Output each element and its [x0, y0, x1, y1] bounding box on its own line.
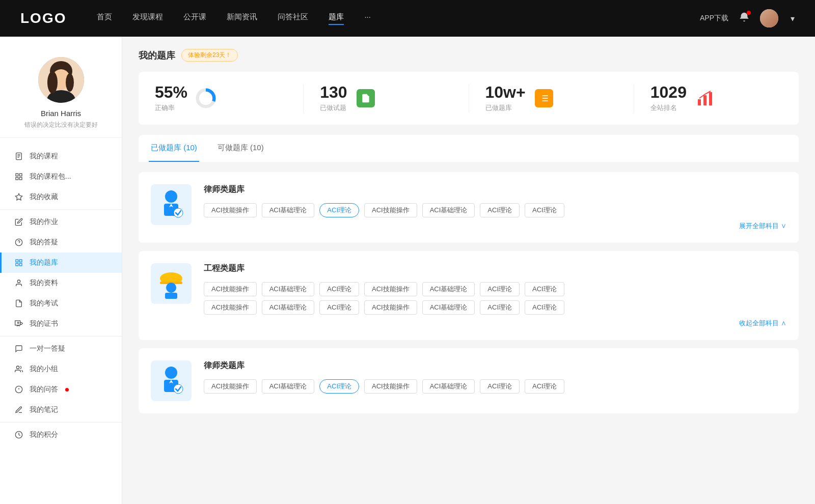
- stat-label-accuracy: 正确率: [155, 103, 187, 113]
- sidebar-divider-2: [0, 336, 122, 337]
- tag-lawyer1-2[interactable]: ACI理论: [319, 203, 359, 217]
- tag-lawyer2-5[interactable]: ACI理论: [480, 379, 520, 394]
- profile-avatar: [38, 57, 84, 103]
- tag-lawyer2-6[interactable]: ACI理论: [525, 379, 564, 394]
- qa-icon: [14, 385, 23, 394]
- tag-lawyer1-0[interactable]: ACI技能操作: [204, 203, 257, 217]
- sidebar-menu: 我的课程 我的课程包... 我的收藏: [0, 142, 122, 449]
- tag-lawyer2-4[interactable]: ACI基础理论: [422, 379, 475, 394]
- qbank-title-lawyer-2: 律师类题库: [204, 360, 786, 371]
- sidebar-item-my-notes[interactable]: 我的笔记: [0, 400, 122, 420]
- sidebar-item-my-group[interactable]: 我的小组: [0, 359, 122, 379]
- tag-lawyer1-4[interactable]: ACI基础理论: [422, 203, 475, 217]
- tag-eng-3[interactable]: ACI技能操作: [364, 282, 417, 296]
- chevron-down-icon[interactable]: ▾: [791, 14, 795, 23]
- qbank-tags-lawyer-1: ACI技能操作 ACI基础理论 ACI理论 ACI技能操作 ACI基础理论 AC…: [204, 203, 786, 217]
- tag-eng-9[interactable]: ACI理论: [319, 300, 359, 315]
- nav-more[interactable]: ···: [364, 12, 371, 25]
- sidebar-item-my-points[interactable]: 我的积分: [0, 425, 122, 445]
- sidebar-item-my-profile[interactable]: 我的资料: [0, 273, 122, 293]
- tag-eng-8[interactable]: ACI基础理论: [262, 300, 315, 315]
- tag-eng-1[interactable]: ACI基础理论: [262, 282, 315, 296]
- sidebar-label-my-profile: 我的资料: [30, 278, 58, 288]
- sidebar-item-my-qbank[interactable]: 我的题库: [0, 253, 122, 273]
- qbank-card-engineer: 工程类题库 ACI技能操作 ACI基础理论 ACI理论 ACI技能操作 ACI基…: [139, 251, 799, 340]
- tag-eng-5[interactable]: ACI理论: [480, 282, 520, 296]
- tag-eng-6[interactable]: ACI理论: [525, 282, 564, 296]
- notification-bell[interactable]: [739, 12, 750, 25]
- stat-site-rank: 1029 全站排名: [634, 84, 799, 113]
- tag-lawyer1-1[interactable]: ACI基础理论: [262, 203, 315, 217]
- tag-lawyer2-1[interactable]: ACI基础理论: [262, 379, 315, 394]
- svg-marker-23: [20, 322, 23, 324]
- tab-done-banks[interactable]: 已做题库 (10): [149, 135, 199, 162]
- tag-eng-11[interactable]: ACI基础理论: [422, 300, 475, 315]
- tag-eng-12[interactable]: ACI理论: [480, 300, 520, 315]
- nav-discover[interactable]: 发现课程: [132, 12, 163, 25]
- main-nav: 首页 发现课程 公开课 新闻资讯 问答社区 题库 ···: [97, 12, 700, 25]
- qbank-tags-lawyer-2: ACI技能操作 ACI基础理论 ACI理论 ACI技能操作 ACI基础理论 AC…: [204, 379, 786, 394]
- sidebar-label-my-answer: 我的问答: [30, 385, 58, 394]
- qbank-title-lawyer-1: 律师类题库: [204, 184, 786, 195]
- file-icon: [14, 152, 23, 161]
- main-container: Brian Harris 错误的决定比没有决定要好 我的课程 我的课程包...: [0, 37, 815, 504]
- sidebar-item-my-answer[interactable]: 我的问答: [0, 379, 122, 400]
- expand-lawyer-1[interactable]: 展开全部科目 ∨: [204, 221, 786, 231]
- tab-available-banks[interactable]: 可做题库 (10): [215, 135, 266, 162]
- tag-eng-7[interactable]: ACI技能操作: [204, 300, 257, 315]
- tag-lawyer1-6[interactable]: ACI理论: [525, 203, 564, 217]
- qbank-icon-lawyer-2: [151, 360, 192, 401]
- sidebar-divider-1: [0, 209, 122, 210]
- answer-badge-dot: [65, 388, 69, 391]
- svg-rect-17: [16, 260, 18, 262]
- avatar[interactable]: [760, 9, 778, 27]
- svg-rect-39: [698, 99, 701, 105]
- stat-value-done-q: 130: [320, 84, 347, 100]
- profile-motto: 错误的决定比没有决定要好: [24, 121, 98, 129]
- stat-label-done-q: 已做试题: [320, 103, 347, 113]
- sidebar-item-my-course[interactable]: 我的课程: [0, 146, 122, 166]
- app-download-link[interactable]: APP下载: [700, 14, 728, 23]
- svg-rect-12: [16, 177, 18, 180]
- tag-lawyer2-0[interactable]: ACI技能操作: [204, 379, 257, 394]
- nav-home[interactable]: 首页: [97, 12, 112, 25]
- tag-eng-0[interactable]: ACI技能操作: [204, 282, 257, 296]
- svg-rect-11: [19, 174, 22, 176]
- group-icon: [14, 365, 23, 374]
- sidebar-item-my-package[interactable]: 我的课程包...: [0, 166, 122, 187]
- tag-eng-13[interactable]: ACI理论: [525, 300, 564, 315]
- tag-eng-10[interactable]: ACI技能操作: [364, 300, 417, 315]
- sidebar-item-my-qa[interactable]: 我的答疑: [0, 232, 122, 253]
- header: LOGO 首页 发现课程 公开课 新闻资讯 问答社区 题库 ··· APP下载 …: [0, 0, 815, 37]
- green-doc-icon: [356, 88, 376, 108]
- tag-lawyer2-2[interactable]: ACI理论: [319, 379, 359, 394]
- qbank-icon-engineer: [151, 263, 192, 304]
- trial-badge: 体验剩余23天！: [181, 49, 238, 62]
- tag-eng-2[interactable]: ACI理论: [319, 282, 359, 296]
- sidebar-item-my-collect[interactable]: 我的收藏: [0, 187, 122, 207]
- qbank-tags-engineer-row1: ACI技能操作 ACI基础理论 ACI理论 ACI技能操作 ACI基础理论 AC…: [204, 282, 786, 296]
- nav-qa[interactable]: 问答社区: [278, 12, 308, 25]
- sidebar-item-my-homework[interactable]: 我的作业: [0, 212, 122, 232]
- tabs-row: 已做题库 (10) 可做题库 (10): [139, 135, 799, 162]
- nav-opencourse[interactable]: 公开课: [183, 12, 206, 25]
- svg-rect-50: [165, 293, 177, 299]
- nav-news[interactable]: 新闻资讯: [227, 12, 257, 25]
- svg-point-24: [17, 322, 19, 324]
- tag-lawyer2-3[interactable]: ACI技能操作: [364, 379, 417, 394]
- qbank-card-lawyer-2: 律师类题库 ACI技能操作 ACI基础理论 ACI理论 ACI技能操作 ACI基…: [139, 348, 799, 413]
- sidebar-item-my-exam[interactable]: 我的考试: [0, 293, 122, 314]
- tag-eng-4[interactable]: ACI基础理论: [422, 282, 475, 296]
- tag-lawyer1-3[interactable]: ACI技能操作: [364, 203, 417, 217]
- svg-rect-20: [19, 263, 22, 266]
- sidebar-item-my-cert[interactable]: 我的证书: [0, 314, 122, 334]
- points-icon: [14, 430, 23, 439]
- nav-qbank[interactable]: 题库: [329, 12, 344, 25]
- tag-lawyer1-5[interactable]: ACI理论: [480, 203, 520, 217]
- sidebar-label-my-notes: 我的笔记: [30, 405, 58, 414]
- qbank-body-engineer: 工程类题库 ACI技能操作 ACI基础理论 ACI理论 ACI技能操作 ACI基…: [204, 263, 786, 328]
- svg-rect-19: [16, 263, 18, 266]
- sidebar-item-one-on-one[interactable]: 一对一答疑: [0, 339, 122, 359]
- collapse-engineer[interactable]: 收起全部科目 ∧: [204, 319, 786, 328]
- svg-point-54: [174, 384, 183, 394]
